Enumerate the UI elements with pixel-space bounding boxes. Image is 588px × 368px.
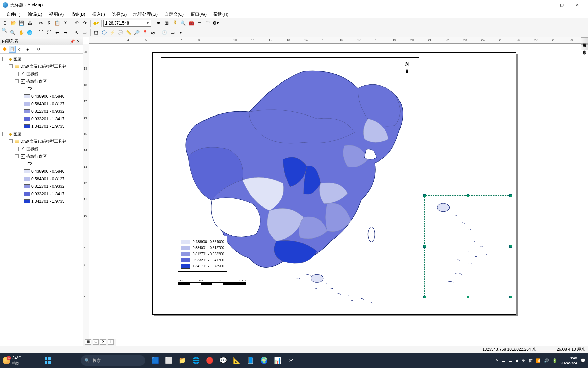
wifi-icon[interactable]: 📶 xyxy=(536,358,541,363)
menu-window[interactable]: 窗口(W) xyxy=(187,10,210,18)
north-arrow[interactable]: N xyxy=(402,61,412,81)
task-view-icon[interactable]: ⬜ xyxy=(163,355,175,366)
map-view[interactable]: 3456789101112131415161718192021222324252… xyxy=(83,37,588,346)
find-route-button[interactable]: 📍 xyxy=(141,29,149,36)
select-features-button[interactable]: ⬚ xyxy=(92,29,100,36)
refresh-button[interactable]: ⟳ xyxy=(100,339,106,345)
map-legend[interactable]: 0.438900 - 0.5840000.584001 - 0.8127000.… xyxy=(178,236,227,272)
wechat-icon[interactable]: 💬 xyxy=(217,355,229,366)
tray-onedrive-icon[interactable]: ☁ xyxy=(501,358,505,363)
layer-name[interactable]: 省级行政区 xyxy=(26,79,47,85)
expand-icon[interactable]: − xyxy=(15,72,19,76)
pan-button[interactable]: ✋ xyxy=(18,29,25,36)
app-icon-2[interactable]: 📘 xyxy=(245,355,256,366)
layout-view-tab[interactable]: ▭ xyxy=(93,339,99,345)
editor-toolbar-button[interactable]: ✒ xyxy=(155,19,162,27)
excel-icon[interactable]: 📊 xyxy=(272,355,283,366)
layer-checkbox[interactable] xyxy=(21,72,25,76)
main-data-frame[interactable]: N xyxy=(161,57,419,309)
menu-bookmarks[interactable]: 书签(B) xyxy=(67,10,88,18)
list-by-selection-button[interactable]: ◈ xyxy=(24,46,31,53)
expand-icon[interactable]: − xyxy=(15,79,19,83)
redo-button[interactable]: ↷ xyxy=(81,19,88,27)
explorer-icon[interactable]: 📁 xyxy=(177,355,188,366)
menu-edit[interactable]: 编辑(E) xyxy=(24,10,46,18)
scale-bar[interactable]: 530 265 0 530 Km xyxy=(178,279,246,285)
print-button[interactable]: 🖶 xyxy=(26,19,33,27)
arcmap-taskbar-icon[interactable]: 🌍 xyxy=(258,355,270,366)
toc-button[interactable]: ▦ xyxy=(163,19,170,27)
data-view-tab[interactable]: ▦ xyxy=(85,339,91,345)
search-tab[interactable]: 搜索 xyxy=(581,44,588,50)
notifications-icon[interactable]: 💬 xyxy=(581,358,585,363)
pin-icon[interactable]: 📌 xyxy=(70,39,75,44)
snip-icon[interactable]: ✂ xyxy=(285,355,297,366)
menu-view[interactable]: 视图(V) xyxy=(46,10,67,18)
layer-name[interactable]: 国界线 xyxy=(26,146,38,152)
menu-select[interactable]: 选择(S) xyxy=(109,10,130,18)
more-tools-button[interactable]: ⚙▾ xyxy=(212,19,219,27)
taskbar-weather[interactable]: 34°C 晴朗 xyxy=(3,356,21,366)
list-by-source-button[interactable]: 📋 xyxy=(9,46,16,53)
layer-checkbox[interactable] xyxy=(21,79,25,84)
identify-button[interactable]: ⓘ xyxy=(100,29,108,36)
measure-button[interactable]: 📏 xyxy=(125,29,132,36)
go-to-xy-button[interactable]: xy xyxy=(149,29,157,36)
menu-help[interactable]: 帮助(H) xyxy=(210,10,232,18)
expand-icon[interactable]: − xyxy=(15,147,19,151)
back-extent-button[interactable]: ⬅ xyxy=(53,29,61,36)
copilot-icon[interactable]: 🟦 xyxy=(149,355,161,366)
undo-button[interactable]: ↶ xyxy=(73,19,80,27)
app-icon-1[interactable]: 🔴 xyxy=(204,355,215,366)
layer-name[interactable]: 国界线 xyxy=(26,71,38,77)
model-builder-button[interactable]: ⬚ xyxy=(204,19,211,27)
expand-icon[interactable]: − xyxy=(9,139,13,143)
ime-mode[interactable]: 拼 xyxy=(529,358,533,363)
list-by-drawing-button[interactable]: 🔶 xyxy=(1,46,8,53)
close-panel-icon[interactable]: ✕ xyxy=(75,39,81,44)
layer-checkbox[interactable] xyxy=(21,147,25,151)
minimize-button[interactable]: ─ xyxy=(538,0,554,10)
catalog-button[interactable]: 🗄 xyxy=(171,19,179,27)
overflow-button[interactable]: ▾ xyxy=(177,29,184,36)
pause-button[interactable]: ⏸ xyxy=(108,339,114,345)
menu-geoprocessing[interactable]: 地理处理(G) xyxy=(130,10,161,18)
edge-icon[interactable]: 🌐 xyxy=(190,355,202,366)
tray-chevron-icon[interactable]: ^ xyxy=(496,358,498,363)
volume-icon[interactable]: 🔊 xyxy=(544,358,549,363)
taskbar-clock[interactable]: 18:48 2024/7/24 xyxy=(560,356,577,366)
start-button[interactable] xyxy=(42,355,53,366)
scale-combo[interactable]: 1:26,371,548 ▼ xyxy=(103,20,151,27)
copy-button[interactable]: ⎘ xyxy=(45,19,53,27)
ime-lang[interactable]: 英 xyxy=(522,358,525,363)
toc-options-button[interactable]: ⚙ xyxy=(35,46,42,53)
paste-button[interactable]: 📋 xyxy=(53,19,61,27)
layer-checkbox[interactable] xyxy=(21,154,25,159)
zoom-out-button[interactable]: 🔍- xyxy=(10,29,17,36)
open-button[interactable]: 📂 xyxy=(10,19,17,27)
zoom-in-button[interactable]: 🔍+ xyxy=(1,29,9,36)
expand-icon[interactable]: − xyxy=(9,64,13,68)
taskbar-search[interactable]: 🔍 搜索 xyxy=(81,355,145,366)
save-button[interactable]: 💾 xyxy=(18,19,25,27)
select-element-button[interactable]: ↖ xyxy=(73,29,80,36)
layer-name[interactable]: 省级行政区 xyxy=(26,154,47,159)
menu-customize[interactable]: 自定义(C) xyxy=(161,10,187,18)
add-data-button[interactable]: ◆▾ xyxy=(92,19,100,27)
create-viewer-button[interactable]: ▭ xyxy=(169,29,176,36)
menu-insert[interactable]: 插入(I) xyxy=(89,10,109,18)
menu-file[interactable]: 文件(F) xyxy=(3,10,24,18)
maximize-button[interactable]: ▢ xyxy=(554,0,570,10)
inset-data-frame[interactable] xyxy=(424,195,511,297)
toc-tree[interactable]: −◆图层−D:\论文及代码模型工具包−国界线−省级行政区F20.438900 -… xyxy=(0,54,83,346)
forward-extent-button[interactable]: ➡ xyxy=(62,29,69,36)
new-button[interactable]: 🗋 xyxy=(1,19,9,27)
catalog-tab[interactable]: 目录 xyxy=(581,37,588,44)
expand-icon[interactable]: − xyxy=(2,57,6,61)
tray-app-icon[interactable]: ◆ xyxy=(516,358,518,363)
fixed-zoom-in-button[interactable]: ⛶ xyxy=(37,29,45,36)
tray-cloud-icon[interactable]: ☁ xyxy=(508,358,512,363)
arctoolbox-button[interactable]: 🧰 xyxy=(187,19,195,27)
full-extent-button[interactable]: 🌐 xyxy=(26,29,33,36)
battery-icon[interactable]: 🔋 xyxy=(552,358,557,363)
